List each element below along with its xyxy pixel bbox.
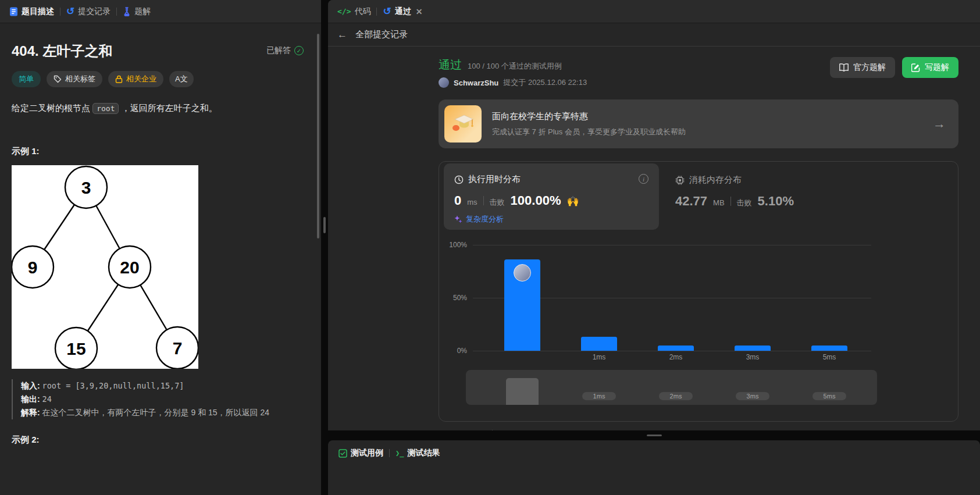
tab-separator bbox=[389, 449, 390, 457]
sparkle-icon bbox=[454, 215, 462, 223]
difficulty-badge[interactable]: 简单 bbox=[12, 71, 41, 87]
back-arrow-icon[interactable]: ← bbox=[337, 29, 347, 41]
explanation-value: 在这个二叉树中，有两个左叶子，分别是 9 和 15，所以返回 24 bbox=[42, 408, 270, 417]
problem-description: 给定二叉树的根节点 root ，返回所有左叶子之和。 bbox=[12, 101, 304, 116]
memory-unit: MB bbox=[713, 198, 725, 207]
y-axis-tick: 100% bbox=[439, 241, 467, 249]
memory-distribution-card[interactable]: 消耗内存分布 42.77 MB 击败 5.10% bbox=[675, 175, 794, 209]
x-axis-tick: 5ms bbox=[823, 353, 836, 361]
left-panel-scrollbar[interactable] bbox=[317, 34, 319, 238]
runtime-bar-3ms[interactable] bbox=[735, 346, 771, 351]
tab-submission-result[interactable]: ↺ 通过 ✕ bbox=[383, 6, 422, 17]
solved-check-icon: ✓ bbox=[294, 46, 304, 55]
explanation-label: 解释: bbox=[21, 408, 40, 417]
memory-chip-icon bbox=[675, 176, 685, 185]
solved-label: 已解答 bbox=[266, 45, 291, 56]
binary-tree-image: 3 9 20 15 7 bbox=[12, 165, 198, 369]
tab-label: 题目描述 bbox=[22, 6, 54, 17]
tab-solutions[interactable]: 题解 bbox=[123, 6, 151, 17]
text-format-toggle[interactable]: A文 bbox=[169, 71, 194, 87]
clock-icon bbox=[454, 175, 464, 184]
chart-x-labels: 1ms2ms3ms5ms bbox=[473, 353, 871, 365]
submission-time: 提交于 2025.12.06 22:13 bbox=[503, 77, 587, 88]
tab-submissions[interactable]: ↺ 提交记录 bbox=[66, 6, 111, 17]
history-icon: ↺ bbox=[66, 6, 74, 16]
info-icon[interactable]: i bbox=[639, 174, 648, 184]
beats-label: 击败 bbox=[737, 198, 752, 208]
x-axis-tick: 3ms bbox=[746, 353, 760, 361]
beats-label: 击败 bbox=[490, 197, 505, 208]
chart-minimap[interactable]: 1ms2ms3ms5ms bbox=[466, 370, 877, 405]
write-solution-label: 写题解 bbox=[925, 62, 949, 73]
write-solution-button[interactable]: 写题解 bbox=[902, 57, 958, 78]
edit-icon bbox=[911, 63, 920, 72]
minimap-tick-pill: 1ms bbox=[582, 392, 616, 400]
y-axis-tick: 50% bbox=[439, 294, 467, 302]
description-text: 给定二叉树的根节点 bbox=[12, 103, 90, 113]
minimap-tick-pill: 5ms bbox=[812, 392, 846, 400]
lock-icon bbox=[115, 75, 123, 83]
tab-separator bbox=[116, 8, 117, 16]
arrow-right-icon[interactable]: → bbox=[933, 116, 946, 131]
submission-detail-scroll: 通过 100 / 100 个通过的测试用例 SchwarzShu 提交于 202… bbox=[328, 47, 980, 430]
minimap-tick-pill: 3ms bbox=[736, 392, 769, 400]
runtime-bar-2ms[interactable] bbox=[658, 346, 694, 351]
history-icon: ↺ bbox=[383, 6, 391, 16]
workspace-tabbar: </> 代码 ↺ 通过 ✕ bbox=[328, 0, 980, 23]
runtime-bar-1ms[interactable] bbox=[581, 337, 617, 351]
related-companies-label: 相关企业 bbox=[126, 74, 156, 84]
runtime-beats-value: 100.00% bbox=[511, 193, 561, 208]
related-tags-button[interactable]: 相关标签 bbox=[47, 71, 102, 87]
tree-node-value: 15 bbox=[66, 339, 85, 358]
runtime-bar-5ms[interactable] bbox=[811, 346, 847, 351]
input-label: 输入: bbox=[21, 381, 40, 390]
result-header: 通过 100 / 100 个通过的测试用例 SchwarzShu 提交于 202… bbox=[439, 57, 958, 88]
tab-label: 测试用例 bbox=[351, 448, 383, 458]
tab-code[interactable]: </> 代码 bbox=[337, 6, 370, 17]
submission-card: </> 代码 ↺ 通过 ✕ ← 全部提交记录 bbox=[328, 0, 980, 430]
tab-label: 通过 bbox=[395, 6, 411, 17]
description-text: ，返回所有左叶子之和。 bbox=[122, 103, 218, 113]
problem-tabbar: 题目描述 ↺ 提交记录 题解 bbox=[0, 0, 321, 23]
flask-icon bbox=[123, 7, 131, 16]
runtime-title: 执行用时分布 bbox=[468, 174, 521, 185]
divider-drag-handle[interactable] bbox=[323, 217, 326, 233]
testcases-passed: 100 / 100 个通过的测试用例 bbox=[468, 61, 562, 72]
tree-node-value: 7 bbox=[173, 339, 183, 358]
related-companies-button[interactable]: 相关企业 bbox=[108, 71, 163, 87]
divider-drag-handle[interactable] bbox=[647, 435, 662, 436]
graduation-cap-icon bbox=[444, 105, 482, 143]
status-badge: 通过 bbox=[439, 57, 462, 73]
console-panel: 测试用例 ❯_ 测试结果 bbox=[328, 440, 980, 495]
problem-panel: 题目描述 ↺ 提交记录 题解 404. 左叶子之和 已解答 ✓ bbox=[0, 0, 321, 495]
panel-resize-divider[interactable] bbox=[321, 0, 328, 495]
close-icon[interactable]: ✕ bbox=[416, 7, 423, 16]
checkbox-icon bbox=[338, 449, 347, 458]
x-axis-tick: 2ms bbox=[669, 353, 683, 361]
runtime-distribution-card[interactable]: 执行用时分布 i 0 ms 击败 100.00% 🙌 bbox=[444, 163, 659, 230]
tab-separator bbox=[376, 8, 377, 16]
official-solution-button[interactable]: 官方题解 bbox=[830, 57, 895, 78]
banner-subtitle: 完成认证享 7 折 Plus 会员，享受更多学业及职业成长帮助 bbox=[492, 127, 686, 137]
horizontal-resize-divider[interactable] bbox=[328, 430, 980, 440]
tree-node-value: 3 bbox=[81, 178, 91, 197]
problem-title: 404. 左叶子之和 bbox=[12, 42, 112, 60]
output-value: 24 bbox=[42, 394, 52, 404]
submissions-back-header: ← 全部提交记录 bbox=[328, 23, 980, 47]
tab-label: 题解 bbox=[134, 6, 151, 17]
tab-testcase[interactable]: 测试用例 bbox=[338, 448, 383, 458]
complexity-analysis-link[interactable]: 复杂度分析 bbox=[454, 214, 648, 225]
student-promo-banner[interactable]: 面向在校学生的专享特惠 完成认证享 7 折 Plus 会员，享受更多学业及职业成… bbox=[439, 99, 958, 148]
banner-title: 面向在校学生的专享特惠 bbox=[492, 111, 686, 122]
tab-label: 测试结果 bbox=[407, 448, 440, 458]
chart-bars bbox=[473, 245, 871, 351]
terminal-icon: ❯_ bbox=[395, 449, 404, 457]
tab-test-result[interactable]: ❯_ 测试结果 bbox=[395, 448, 440, 458]
example2-heading: 示例 2: bbox=[12, 435, 304, 446]
separator bbox=[483, 196, 484, 205]
runtime-unit: ms bbox=[467, 198, 477, 206]
username: SchwarzShu bbox=[454, 79, 498, 87]
root-code-chip: root bbox=[92, 103, 119, 114]
tab-problem-description[interactable]: 题目描述 bbox=[9, 6, 54, 17]
memory-beats-value: 5.10% bbox=[758, 194, 794, 209]
